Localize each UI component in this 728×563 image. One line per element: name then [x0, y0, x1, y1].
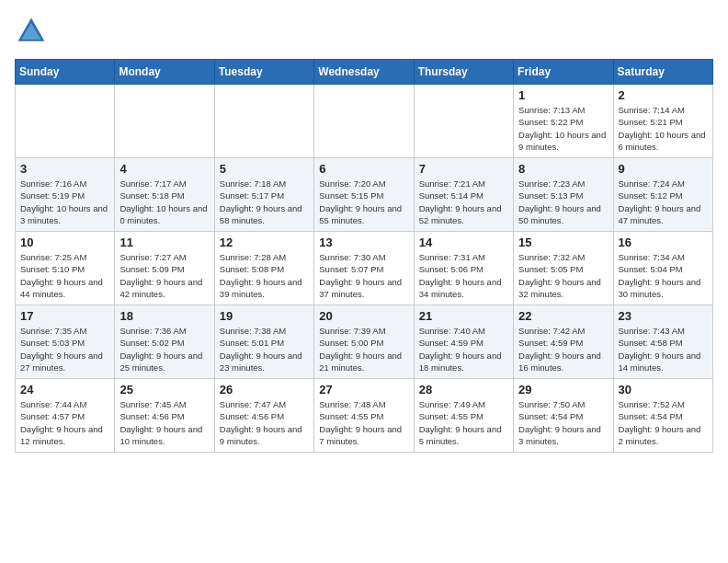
day-info: Sunrise: 7:27 AM Sunset: 5:09 PM Dayligh…: [119, 251, 209, 300]
calendar-cell: 4Sunrise: 7:17 AM Sunset: 5:18 PM Daylig…: [115, 158, 214, 232]
calendar-body: 1Sunrise: 7:13 AM Sunset: 5:22 PM Daylig…: [16, 85, 713, 453]
day-info: Sunrise: 7:30 AM Sunset: 5:07 PM Dayligh…: [319, 251, 408, 300]
day-info: Sunrise: 7:36 AM Sunset: 5:02 PM Dayligh…: [119, 325, 209, 373]
day-number: 23: [619, 309, 708, 323]
calendar-cell: 8Sunrise: 7:23 AM Sunset: 5:13 PM Daylig…: [514, 158, 613, 232]
day-number: 20: [319, 309, 408, 323]
calendar-cell: 3Sunrise: 7:16 AM Sunset: 5:19 PM Daylig…: [16, 158, 115, 232]
day-number: 4: [119, 162, 209, 176]
day-info: Sunrise: 7:50 AM Sunset: 4:54 PM Dayligh…: [518, 398, 608, 447]
calendar-cell: 18Sunrise: 7:36 AM Sunset: 5:02 PM Dayli…: [115, 305, 214, 379]
day-info: Sunrise: 7:13 AM Sunset: 5:22 PM Dayligh…: [518, 104, 608, 153]
day-number: 27: [319, 383, 408, 396]
day-info: Sunrise: 7:18 AM Sunset: 5:17 PM Dayligh…: [220, 178, 309, 226]
calendar-cell: 5Sunrise: 7:18 AM Sunset: 5:17 PM Daylig…: [214, 158, 313, 232]
calendar-cell: 30Sunrise: 7:52 AM Sunset: 4:54 PM Dayli…: [613, 379, 712, 453]
day-info: Sunrise: 7:45 AM Sunset: 4:56 PM Dayligh…: [119, 398, 209, 447]
calendar-table: SundayMondayTuesdayWednesdayThursdayFrid…: [15, 59, 713, 453]
logo-icon: [15, 15, 48, 48]
day-number: 26: [220, 383, 309, 396]
calendar-cell: [115, 85, 214, 158]
calendar-cell: [214, 85, 313, 158]
day-info: Sunrise: 7:34 AM Sunset: 5:04 PM Dayligh…: [619, 251, 708, 300]
day-info: Sunrise: 7:44 AM Sunset: 4:57 PM Dayligh…: [20, 398, 109, 447]
day-info: Sunrise: 7:40 AM Sunset: 4:59 PM Dayligh…: [419, 325, 508, 373]
calendar-cell: 27Sunrise: 7:48 AM Sunset: 4:55 PM Dayli…: [314, 379, 414, 453]
calendar-cell: 9Sunrise: 7:24 AM Sunset: 5:12 PM Daylig…: [613, 158, 712, 232]
day-number: 3: [20, 162, 109, 176]
day-number: 21: [419, 309, 508, 323]
calendar-cell: 21Sunrise: 7:40 AM Sunset: 4:59 PM Dayli…: [414, 305, 513, 379]
calendar-cell: [16, 85, 115, 158]
day-info: Sunrise: 7:52 AM Sunset: 4:54 PM Dayligh…: [619, 398, 708, 447]
day-info: Sunrise: 7:21 AM Sunset: 5:14 PM Dayligh…: [419, 178, 508, 226]
calendar-cell: 11Sunrise: 7:27 AM Sunset: 5:09 PM Dayli…: [115, 232, 214, 305]
day-info: Sunrise: 7:28 AM Sunset: 5:08 PM Dayligh…: [220, 251, 309, 300]
day-number: 24: [20, 383, 109, 396]
day-info: Sunrise: 7:20 AM Sunset: 5:15 PM Dayligh…: [319, 178, 408, 226]
page-header: [15, 15, 713, 48]
calendar-week-3: 10Sunrise: 7:25 AM Sunset: 5:10 PM Dayli…: [16, 232, 713, 305]
day-info: Sunrise: 7:25 AM Sunset: 5:10 PM Dayligh…: [20, 251, 109, 300]
day-info: Sunrise: 7:24 AM Sunset: 5:12 PM Dayligh…: [619, 178, 708, 226]
calendar-cell: 6Sunrise: 7:20 AM Sunset: 5:15 PM Daylig…: [314, 158, 414, 232]
header-day-wednesday: Wednesday: [314, 60, 414, 85]
calendar-cell: 25Sunrise: 7:45 AM Sunset: 4:56 PM Dayli…: [115, 379, 214, 453]
day-number: 13: [319, 236, 408, 249]
calendar-cell: 13Sunrise: 7:30 AM Sunset: 5:07 PM Dayli…: [314, 232, 414, 305]
day-info: Sunrise: 7:14 AM Sunset: 5:21 PM Dayligh…: [619, 104, 708, 153]
day-number: 17: [20, 309, 109, 323]
day-info: Sunrise: 7:35 AM Sunset: 5:03 PM Dayligh…: [20, 325, 109, 373]
day-number: 1: [518, 88, 608, 102]
calendar-cell: 19Sunrise: 7:38 AM Sunset: 5:01 PM Dayli…: [214, 305, 313, 379]
calendar-cell: 16Sunrise: 7:34 AM Sunset: 5:04 PM Dayli…: [613, 232, 712, 305]
calendar-cell: 2Sunrise: 7:14 AM Sunset: 5:21 PM Daylig…: [613, 85, 712, 158]
day-number: 9: [619, 162, 708, 176]
day-info: Sunrise: 7:31 AM Sunset: 5:06 PM Dayligh…: [419, 251, 508, 300]
day-number: 29: [518, 383, 608, 396]
calendar-cell: 17Sunrise: 7:35 AM Sunset: 5:03 PM Dayli…: [16, 305, 115, 379]
day-number: 22: [518, 309, 608, 323]
calendar-cell: 24Sunrise: 7:44 AM Sunset: 4:57 PM Dayli…: [16, 379, 115, 453]
day-number: 30: [619, 383, 708, 396]
calendar-cell: 10Sunrise: 7:25 AM Sunset: 5:10 PM Dayli…: [16, 232, 115, 305]
day-info: Sunrise: 7:49 AM Sunset: 4:55 PM Dayligh…: [419, 398, 508, 447]
day-number: 25: [119, 383, 209, 396]
header-day-thursday: Thursday: [414, 60, 513, 85]
logo: [15, 15, 51, 48]
calendar-cell: [314, 85, 414, 158]
day-number: 2: [619, 88, 708, 102]
header-day-tuesday: Tuesday: [214, 60, 313, 85]
day-info: Sunrise: 7:38 AM Sunset: 5:01 PM Dayligh…: [220, 325, 309, 373]
day-info: Sunrise: 7:23 AM Sunset: 5:13 PM Dayligh…: [518, 178, 608, 226]
header-day-monday: Monday: [115, 60, 214, 85]
day-info: Sunrise: 7:48 AM Sunset: 4:55 PM Dayligh…: [319, 398, 408, 447]
calendar-cell: 12Sunrise: 7:28 AM Sunset: 5:08 PM Dayli…: [214, 232, 313, 305]
day-info: Sunrise: 7:47 AM Sunset: 4:56 PM Dayligh…: [220, 398, 309, 447]
day-info: Sunrise: 7:32 AM Sunset: 5:05 PM Dayligh…: [518, 251, 608, 300]
day-number: 15: [518, 236, 608, 249]
calendar-cell: 28Sunrise: 7:49 AM Sunset: 4:55 PM Dayli…: [414, 379, 513, 453]
day-number: 11: [119, 236, 209, 249]
calendar-cell: 14Sunrise: 7:31 AM Sunset: 5:06 PM Dayli…: [414, 232, 513, 305]
day-number: 6: [319, 162, 408, 176]
day-info: Sunrise: 7:42 AM Sunset: 4:59 PM Dayligh…: [518, 325, 608, 373]
calendar-cell: 15Sunrise: 7:32 AM Sunset: 5:05 PM Dayli…: [514, 232, 613, 305]
header-day-saturday: Saturday: [613, 60, 712, 85]
calendar-header: SundayMondayTuesdayWednesdayThursdayFrid…: [16, 60, 713, 85]
day-info: Sunrise: 7:17 AM Sunset: 5:18 PM Dayligh…: [119, 178, 209, 226]
day-number: 7: [419, 162, 508, 176]
header-day-friday: Friday: [514, 60, 613, 85]
calendar-cell: 20Sunrise: 7:39 AM Sunset: 5:00 PM Dayli…: [314, 305, 414, 379]
day-number: 18: [119, 309, 209, 323]
calendar-week-1: 1Sunrise: 7:13 AM Sunset: 5:22 PM Daylig…: [16, 85, 713, 158]
day-info: Sunrise: 7:16 AM Sunset: 5:19 PM Dayligh…: [20, 178, 109, 226]
calendar-cell: 23Sunrise: 7:43 AM Sunset: 4:58 PM Dayli…: [613, 305, 712, 379]
day-info: Sunrise: 7:39 AM Sunset: 5:00 PM Dayligh…: [319, 325, 408, 373]
day-number: 16: [619, 236, 708, 249]
day-number: 8: [518, 162, 608, 176]
calendar-week-5: 24Sunrise: 7:44 AM Sunset: 4:57 PM Dayli…: [16, 379, 713, 453]
calendar-cell: 29Sunrise: 7:50 AM Sunset: 4:54 PM Dayli…: [514, 379, 613, 453]
day-number: 5: [220, 162, 309, 176]
calendar-cell: 22Sunrise: 7:42 AM Sunset: 4:59 PM Dayli…: [514, 305, 613, 379]
